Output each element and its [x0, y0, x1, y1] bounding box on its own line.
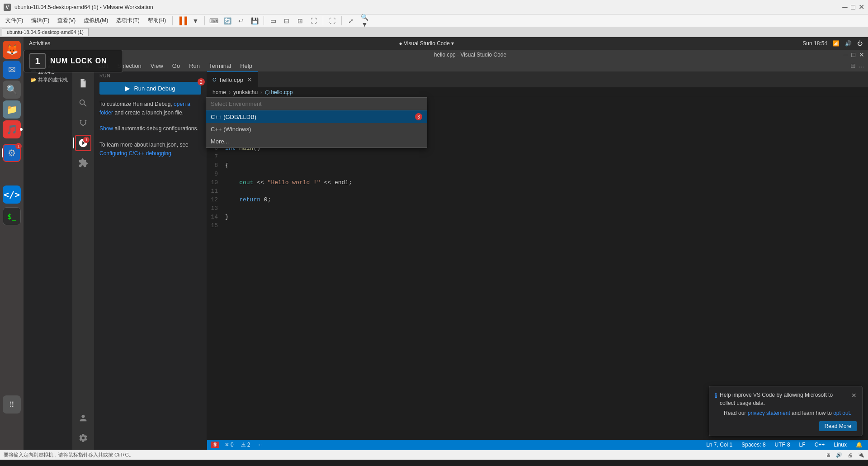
- env-option-windows[interactable]: C++ (Windows): [206, 123, 427, 135]
- vscode-menu-help[interactable]: Help: [236, 62, 256, 70]
- activity-bar-bottom: [75, 410, 91, 450]
- dock-icon-music[interactable]: 🎵: [3, 120, 21, 138]
- env-option-more[interactable]: More...: [206, 135, 427, 147]
- vmware-menu-vm[interactable]: 虚拟机(M): [80, 15, 112, 26]
- opt-out-link[interactable]: opt out.: [833, 410, 851, 416]
- svg-point-2: [80, 120, 82, 122]
- statusbar-liveserver-item[interactable]: ↔: [255, 442, 264, 448]
- dock-icon-terminal[interactable]: $_: [3, 207, 21, 225]
- statusbar-language[interactable]: C++: [813, 442, 827, 448]
- statusbar-spaces[interactable]: Spaces: 8: [740, 442, 767, 448]
- statusbar-errors-item[interactable]: ✕ 0: [223, 442, 236, 448]
- vmware-menu-help[interactable]: 帮助(H): [144, 15, 170, 26]
- show-configs-link[interactable]: Show: [99, 125, 113, 132]
- activity-icon-explorer[interactable]: [75, 75, 91, 91]
- vscode-menu-run[interactable]: Run: [185, 62, 203, 70]
- vscode-title-text: hello.cpp - Visual Studio Code: [434, 52, 507, 58]
- vmware-status-icon-1[interactable]: 🖥: [826, 452, 830, 458]
- vmware-zoom-dropdown[interactable]: 🔍▼: [358, 16, 371, 26]
- tab-close-button[interactable]: ✕: [247, 76, 252, 83]
- vmware-status-icon-3[interactable]: 🖨: [848, 452, 853, 458]
- vscode-menu-go[interactable]: Go: [169, 62, 184, 70]
- vmware-snapshot-button[interactable]: 🔄: [221, 16, 234, 26]
- vmware-status-icon-4[interactable]: 🔌: [858, 452, 864, 458]
- notification-close-button[interactable]: ✕: [851, 391, 857, 400]
- vmware-fullscreen-button[interactable]: ⛶: [326, 16, 339, 26]
- explorer-item-shared[interactable]: 📂 共享的虚拟机: [25, 76, 71, 84]
- vmware-close-button[interactable]: ✕: [858, 4, 864, 10]
- statusbar-feedback-icon[interactable]: 🔔: [854, 442, 864, 448]
- run-and-debug-button[interactable]: ▶ Run and Debug 2: [99, 82, 201, 95]
- notification-title-row: ℹ Help improve VS Code by allowing Micro…: [715, 391, 857, 407]
- dock-icon-search[interactable]: 🔍: [3, 81, 21, 99]
- breadcrumb-yunkaichu[interactable]: yunkaichu: [233, 89, 258, 95]
- liveserver-icon: ↔: [257, 442, 263, 448]
- activity-icon-extensions[interactable]: [75, 155, 91, 171]
- vmware-maximize-button[interactable]: □: [850, 4, 856, 10]
- more-button[interactable]: …: [859, 62, 864, 69]
- statusbar-encoding[interactable]: UTF-8: [773, 442, 792, 448]
- ubuntu-topbar-right: Sun 18:54 📶 🔊 ⏻: [802, 40, 863, 47]
- ubuntu-app-menu[interactable]: ● Visual Studio Code ▾: [50, 40, 802, 47]
- activity-icon-account[interactable]: [75, 410, 91, 426]
- dock-icon-email[interactable]: ✉: [3, 61, 21, 79]
- dock-badge-1: 1: [15, 143, 22, 149]
- vmware-layout-single[interactable]: ▭: [267, 16, 279, 26]
- power-icon[interactable]: ⏻: [857, 40, 863, 47]
- statusbar-cursor[interactable]: Ln 7, Col 1: [704, 442, 734, 448]
- volume-icon[interactable]: 🔊: [845, 40, 852, 47]
- select-env-input[interactable]: [206, 98, 427, 110]
- statusbar-warnings-item[interactable]: ⚠ 2: [239, 442, 252, 448]
- breadcrumb-file[interactable]: ⬡ hello.cpp: [265, 89, 292, 95]
- vmware-send-ctrl-alt-del[interactable]: ⌨: [208, 16, 220, 26]
- vmware-fit-button[interactable]: ⤢: [344, 16, 357, 26]
- notification-info-icon: ℹ: [715, 391, 717, 400]
- network-icon[interactable]: 📶: [833, 40, 840, 47]
- ubuntu-activities[interactable]: Activities: [29, 40, 50, 47]
- dock-icon-apps[interactable]: ⠿: [3, 395, 21, 414]
- vscode-window-close[interactable]: ✕: [859, 51, 864, 58]
- read-more-button[interactable]: Read More: [819, 421, 857, 431]
- vmware-pause-button[interactable]: ▐▐: [175, 16, 188, 26]
- vmware-menu-edit[interactable]: 编辑(E): [28, 15, 53, 26]
- breadcrumb-home[interactable]: home: [212, 89, 226, 95]
- vmware-menu-file[interactable]: 文件(F): [2, 15, 27, 26]
- vscode-menu-view[interactable]: View: [147, 62, 167, 70]
- configure-link[interactable]: Configuring C/C++ debugging: [99, 150, 171, 157]
- vmware-snapshot-save[interactable]: 💾: [248, 16, 261, 26]
- toggle-sidebar-button[interactable]: ⊞: [850, 62, 856, 69]
- privacy-statement-link[interactable]: privacy statement: [748, 410, 790, 416]
- env-option-gdb[interactable]: C++ (GDB/LLDB) 3: [206, 110, 427, 123]
- vmware-minimize-button[interactable]: ─: [842, 4, 848, 10]
- vmware-status-message: 要将输入定向到虚拟机，请将鼠标指针移入其或按 Ctrl+G。: [4, 452, 134, 458]
- vmware-layout-full[interactable]: ⛶: [307, 16, 320, 26]
- vmware-menu-tab[interactable]: 选项卡(T): [113, 15, 143, 26]
- dock-icon-firefox[interactable]: 🦊: [3, 41, 21, 59]
- tab-hello-cpp[interactable]: C hello.cpp ✕: [207, 71, 258, 87]
- svg-text:V: V: [6, 5, 9, 10]
- select-environment-dropdown[interactable]: C++ (GDB/LLDB) 3 C++ (Windows) More...: [206, 97, 427, 148]
- dock-icon-vscode[interactable]: </>: [3, 185, 21, 204]
- vscode-window-max[interactable]: □: [852, 51, 855, 58]
- vmware-snapshot-restore[interactable]: ↩: [235, 16, 247, 26]
- activity-icon-search[interactable]: [75, 95, 91, 111]
- activity-icon-git[interactable]: [75, 115, 91, 131]
- vmware-layout-split-v[interactable]: ⊞: [294, 16, 307, 26]
- vmware-layout-split-h[interactable]: ⊟: [280, 16, 293, 26]
- activity-icon-settings[interactable]: [75, 430, 91, 446]
- statusbar-line-ending[interactable]: LF: [797, 442, 807, 448]
- vmware-menu-view[interactable]: 查看(V): [54, 15, 79, 26]
- activity-icon-debug[interactable]: 1: [75, 135, 91, 151]
- dock-icon-files[interactable]: 📁: [3, 100, 21, 119]
- dock-icon-settings[interactable]: ⚙ 1: [3, 144, 21, 162]
- vscode-window-min[interactable]: ─: [844, 51, 848, 58]
- vm-tab-ubuntu[interactable]: ubuntu-18.04.5-desktop-amd64 (1): [2, 28, 89, 36]
- statusbar-branch-item[interactable]: ⑤: [211, 442, 219, 448]
- statusbar-platform[interactable]: Linux: [832, 442, 849, 448]
- env-option-badge: 3: [415, 113, 422, 120]
- vscode-statusbar: ⑤ ✕ 0 ⚠ 2 ↔: [207, 440, 868, 450]
- vmware-status-icon-2[interactable]: 🔊: [836, 452, 842, 458]
- vmware-toolbar-dropdown[interactable]: ▼: [189, 16, 202, 26]
- vm-tab-bar: ubuntu-18.04.5-desktop-amd64 (1): [0, 27, 868, 37]
- vscode-menu-terminal[interactable]: Terminal: [205, 62, 235, 70]
